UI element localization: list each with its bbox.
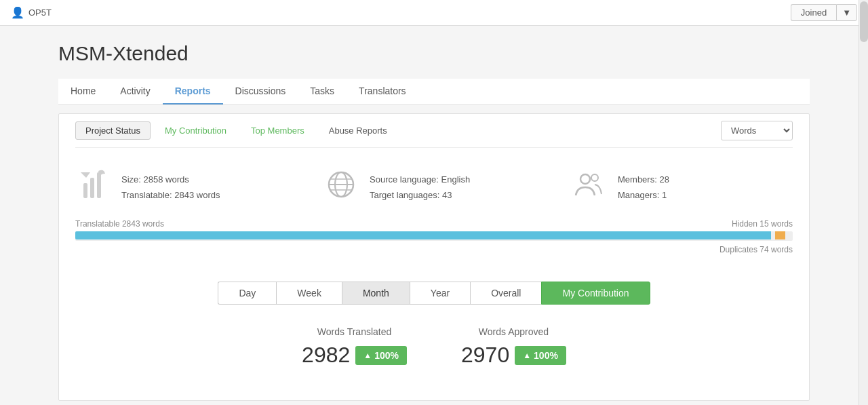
top-bar: 👤 OP5T Joined ▼ bbox=[0, 0, 868, 26]
words-translated-badge: ▲ 100% bbox=[355, 346, 407, 365]
subtab-project-status[interactable]: Project Status bbox=[75, 121, 151, 140]
progress-bar-blue bbox=[75, 231, 771, 239]
stat-size-text: Size: 2858 words Translatable: 2843 word… bbox=[121, 172, 220, 202]
translatable-label: Translatable: 2843 words bbox=[121, 188, 220, 203]
period-month-button[interactable]: Month bbox=[342, 282, 410, 305]
content-wrapper: Project Status My Contribution Top Membe… bbox=[58, 113, 810, 401]
period-buttons: Day Week Month Year Overall My Contribut… bbox=[75, 282, 793, 305]
translated-pct: 100% bbox=[374, 350, 399, 361]
subtab-top-members[interactable]: Top Members bbox=[241, 121, 315, 140]
words-approved-stat: Words Approved 2970 ▲ 100% bbox=[461, 326, 566, 368]
joined-dropdown-arrow[interactable]: ▼ bbox=[836, 4, 857, 21]
globe-icon bbox=[323, 167, 359, 208]
translation-stats: Words Translated 2982 ▲ 100% Words Appro… bbox=[75, 326, 793, 384]
svg-point-8 bbox=[580, 174, 590, 184]
svg-point-9 bbox=[591, 174, 598, 181]
words-approved-badge: ▲ 100% bbox=[515, 346, 566, 365]
size-label: Size: 2858 words bbox=[121, 172, 220, 187]
words-approved-label: Words Approved bbox=[461, 326, 566, 337]
duplicates-label: Duplicates 74 words bbox=[75, 245, 793, 254]
words-translated-number: 2982 bbox=[302, 343, 350, 368]
source-lang-label: Source language: English bbox=[370, 172, 470, 187]
managers-label: Managers: 1 bbox=[618, 188, 669, 203]
hidden-words-label: Hidden 15 words bbox=[732, 219, 793, 229]
progress-section: Translatable 2843 words Hidden 15 words … bbox=[75, 219, 793, 265]
translatable-words-label: Translatable 2843 words bbox=[75, 219, 164, 229]
progress-bar-yellow bbox=[775, 231, 786, 239]
period-year-button[interactable]: Year bbox=[410, 282, 470, 305]
words-translated-stat: Words Translated 2982 ▲ 100% bbox=[302, 326, 407, 368]
stat-lang-text: Source language: English Target language… bbox=[370, 172, 470, 202]
sub-tabs: Project Status My Contribution Top Membe… bbox=[75, 121, 397, 140]
period-my-contribution-button[interactable]: My Contribution bbox=[541, 282, 650, 305]
words-approved-value-row: 2970 ▲ 100% bbox=[461, 343, 566, 368]
stat-item-size: Size: 2858 words Translatable: 2843 word… bbox=[75, 167, 296, 208]
words-translated-value-row: 2982 ▲ 100% bbox=[302, 343, 407, 368]
scrollbar-track[interactable] bbox=[859, 0, 868, 401]
approved-arrow-icon: ▲ bbox=[523, 351, 531, 360]
scrollbar-thumb[interactable] bbox=[860, 1, 868, 42]
svg-rect-1 bbox=[90, 178, 94, 198]
tab-home[interactable]: Home bbox=[58, 79, 108, 104]
tab-translators[interactable]: Translators bbox=[347, 79, 418, 104]
stat-item-languages: Source language: English Target language… bbox=[323, 167, 545, 208]
svg-rect-2 bbox=[97, 172, 101, 198]
progress-labels: Translatable 2843 words Hidden 15 words bbox=[75, 219, 793, 229]
tab-reports[interactable]: Reports bbox=[163, 79, 223, 104]
words-translated-label: Words Translated bbox=[302, 326, 407, 337]
tab-tasks[interactable]: Tasks bbox=[298, 79, 347, 104]
username: OP5T bbox=[28, 7, 52, 18]
progress-bar bbox=[75, 231, 793, 241]
approved-pct: 100% bbox=[534, 350, 558, 361]
joined-button[interactable]: Joined bbox=[791, 4, 836, 21]
words-approved-number: 2970 bbox=[461, 343, 509, 368]
main-content: MSM-Xtended Home Activity Reports Discus… bbox=[47, 26, 821, 401]
stat-item-members: Members: 28 Managers: 1 bbox=[572, 167, 793, 208]
subtab-abuse-reports[interactable]: Abuse Reports bbox=[319, 121, 397, 140]
top-bar-actions: Joined ▼ bbox=[791, 4, 857, 21]
tools-icon bbox=[75, 167, 111, 208]
project-title: MSM-Xtended bbox=[58, 42, 810, 65]
target-lang-label: Target languages: 43 bbox=[370, 188, 470, 203]
period-day-button[interactable]: Day bbox=[218, 282, 276, 305]
tab-discussions[interactable]: Discussions bbox=[223, 79, 298, 104]
members-label: Members: 28 bbox=[618, 172, 669, 187]
period-week-button[interactable]: Week bbox=[276, 282, 342, 305]
stat-members-text: Members: 28 Managers: 1 bbox=[618, 172, 669, 202]
people-icon bbox=[572, 167, 607, 208]
sub-tabs-bar: Project Status My Contribution Top Membe… bbox=[75, 114, 793, 148]
words-dropdown[interactable]: Words Phrases Characters bbox=[721, 121, 793, 140]
subtab-my-contribution[interactable]: My Contribution bbox=[155, 121, 237, 140]
stats-section: Size: 2858 words Translatable: 2843 word… bbox=[75, 148, 793, 219]
tab-activity[interactable]: Activity bbox=[108, 79, 162, 104]
period-overall-button[interactable]: Overall bbox=[470, 282, 541, 305]
svg-rect-0 bbox=[83, 183, 87, 198]
translated-arrow-icon: ▲ bbox=[363, 351, 372, 360]
user-info: 👤 OP5T bbox=[11, 6, 52, 19]
nav-tabs: Home Activity Reports Discussions Tasks … bbox=[58, 79, 810, 105]
words-select[interactable]: Words Phrases Characters bbox=[722, 121, 792, 140]
user-icon: 👤 bbox=[11, 6, 24, 19]
